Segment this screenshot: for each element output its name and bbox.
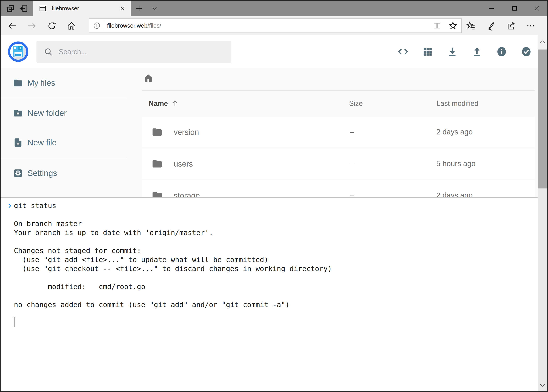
reading-view-icon[interactable] bbox=[433, 21, 441, 30]
tab-title: filebrowser bbox=[52, 5, 119, 12]
file-name: storage bbox=[174, 191, 200, 197]
folder-icon bbox=[151, 190, 163, 197]
browser-toolbar: filebrowser.web/files/ bbox=[0, 16, 548, 35]
set-tabs-aside-button[interactable] bbox=[18, 0, 29, 16]
home-button[interactable] bbox=[62, 16, 80, 35]
gear-icon bbox=[13, 168, 23, 178]
page-scrollbar[interactable] bbox=[538, 35, 548, 392]
file-modified: 5 hours ago bbox=[436, 160, 476, 168]
search-input[interactable]: Search... bbox=[36, 41, 231, 63]
scrollbar-thumb[interactable] bbox=[538, 49, 548, 189]
refresh-icon bbox=[47, 21, 56, 30]
search-placeholder: Search... bbox=[59, 48, 87, 56]
hub-favorites-icon[interactable] bbox=[466, 21, 476, 31]
tab-preview-icon bbox=[6, 4, 15, 13]
filebrowser-logo[interactable] bbox=[8, 42, 28, 62]
forward-icon bbox=[27, 21, 37, 30]
page-icon bbox=[39, 5, 47, 12]
terminal-prompt-icon bbox=[7, 202, 13, 209]
add-favorite-star-icon[interactable] bbox=[448, 21, 458, 30]
file-row-version[interactable]: version – 2 days ago bbox=[142, 117, 535, 147]
scroll-down-button[interactable] bbox=[538, 378, 548, 392]
upload-icon bbox=[472, 46, 482, 57]
share-icon[interactable] bbox=[506, 21, 516, 31]
floppy-disk-icon bbox=[13, 46, 23, 57]
upload-button[interactable] bbox=[471, 45, 483, 58]
sidebar-item-label: My files bbox=[28, 78, 55, 88]
listing-divider bbox=[142, 90, 535, 91]
file-listing: Name Size Last modified version – 2 days… bbox=[142, 68, 535, 197]
refresh-button[interactable] bbox=[43, 16, 61, 35]
tab-preview-button[interactable] bbox=[5, 0, 16, 16]
file-row-storage[interactable]: storage – 2 days ago bbox=[142, 180, 535, 197]
folder-icon bbox=[151, 158, 163, 169]
address-bar[interactable]: filebrowser.web/files/ bbox=[89, 18, 462, 33]
breadcrumb-home-icon[interactable] bbox=[143, 73, 153, 83]
file-row-users[interactable]: users – 5 hours ago bbox=[142, 148, 535, 179]
title-bar: filebrowser bbox=[0, 0, 548, 16]
grid-view-button[interactable] bbox=[421, 45, 434, 58]
grid-view-icon bbox=[422, 46, 433, 57]
file-size: – bbox=[350, 160, 354, 168]
column-header-name[interactable]: Name bbox=[149, 99, 179, 108]
close-icon bbox=[533, 5, 540, 12]
sidebar-item-label: New folder bbox=[28, 108, 67, 118]
tab-list-button[interactable] bbox=[149, 0, 161, 16]
terminal-command: git status bbox=[14, 201, 56, 210]
column-header-size[interactable]: Size bbox=[349, 99, 363, 108]
raw-code-view-button[interactable] bbox=[397, 45, 409, 58]
url-text: filebrowser.web/files/ bbox=[107, 22, 161, 29]
code-view-icon bbox=[397, 46, 409, 57]
terminal-output: On branch master Your branch is up to da… bbox=[14, 219, 332, 309]
file-modified: 2 days ago bbox=[436, 128, 473, 136]
folder-icon bbox=[13, 78, 23, 88]
search-icon bbox=[44, 47, 53, 56]
sidebar-item-my-files[interactable]: My files bbox=[0, 68, 126, 98]
sidebar-item-new-folder[interactable]: New folder bbox=[0, 98, 126, 128]
site-info-icon[interactable] bbox=[93, 22, 101, 29]
browser-window: filebrowser bbox=[0, 0, 548, 392]
maximize-button[interactable] bbox=[507, 0, 522, 16]
scroll-up-button[interactable] bbox=[538, 35, 548, 49]
select-multiple-button[interactable] bbox=[520, 45, 533, 58]
column-headers: Name Size Last modified bbox=[142, 99, 535, 109]
back-button[interactable] bbox=[4, 16, 21, 35]
close-window-button[interactable] bbox=[529, 0, 545, 16]
file-info-button[interactable] bbox=[495, 45, 508, 58]
forward-button[interactable] bbox=[23, 16, 41, 35]
file-modified: 2 days ago bbox=[436, 191, 473, 197]
info-icon bbox=[496, 46, 507, 57]
settings-ellipsis-icon[interactable] bbox=[526, 21, 536, 31]
new-tab-button[interactable] bbox=[133, 0, 145, 16]
terminal-cursor bbox=[14, 317, 14, 327]
file-name: users bbox=[174, 160, 193, 168]
url-host: filebrowser.web bbox=[107, 22, 147, 29]
sidebar-item-label: Settings bbox=[28, 168, 57, 178]
maximize-icon bbox=[511, 5, 518, 12]
address-divider bbox=[104, 21, 104, 30]
column-header-modified[interactable]: Last modified bbox=[437, 99, 478, 108]
minimize-button[interactable] bbox=[484, 0, 499, 16]
home-icon bbox=[67, 21, 76, 30]
plus-icon bbox=[135, 5, 143, 12]
file-plus-icon bbox=[13, 138, 23, 148]
sidebar-item-settings[interactable]: Settings bbox=[0, 158, 126, 188]
set-tabs-aside-icon bbox=[19, 4, 28, 13]
sort-ascending-icon bbox=[171, 100, 179, 107]
folder-icon bbox=[151, 127, 163, 138]
web-note-pen-icon[interactable] bbox=[486, 21, 496, 31]
download-button[interactable] bbox=[446, 45, 458, 58]
tab-close-icon[interactable] bbox=[119, 6, 125, 11]
download-icon bbox=[447, 46, 458, 57]
browser-tab[interactable]: filebrowser bbox=[33, 0, 131, 16]
file-size: – bbox=[350, 128, 354, 136]
chevron-down-icon bbox=[152, 5, 158, 12]
file-name: version bbox=[174, 128, 199, 137]
url-path: /files/ bbox=[147, 22, 161, 29]
minimize-icon bbox=[488, 5, 495, 12]
check-circle-icon bbox=[520, 46, 532, 57]
sidebar-item-new-file[interactable]: New file bbox=[0, 128, 126, 158]
file-size: – bbox=[350, 191, 354, 197]
chevron-up-icon bbox=[539, 39, 546, 46]
folder-plus-icon bbox=[13, 108, 23, 118]
